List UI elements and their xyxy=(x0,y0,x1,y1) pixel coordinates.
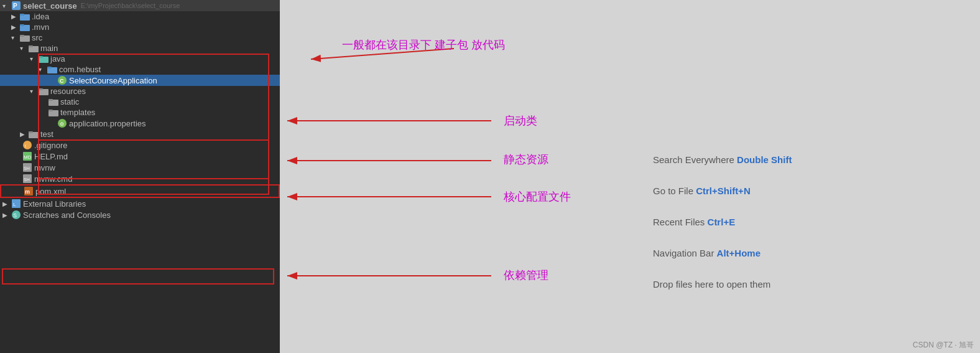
help-md-label: HELP.md xyxy=(34,152,68,161)
shortcut-file-key: Ctrl+Shift+N xyxy=(696,186,751,196)
folder-java-icon xyxy=(39,55,49,64)
tree-item-mvnw-cmd[interactable]: SH mvnw.cmd xyxy=(0,173,280,184)
tree-item-mvnw[interactable]: SH mvnw xyxy=(0,162,280,173)
project-path: E:\myProject\back\select_course xyxy=(81,2,180,9)
shortcut-go-to-file: Go to File Ctrl+Shift+N xyxy=(653,186,751,196)
annotation-static-resources: 静态资源 xyxy=(504,152,548,167)
arrow-idea: ▶ xyxy=(11,13,20,20)
annotation-core-config: 核心配置文件 xyxy=(504,189,571,204)
arrow-mvn: ▶ xyxy=(11,24,20,31)
tree-item-app-properties[interactable]: ⚙ application.properties xyxy=(0,118,280,129)
folder-main-icon xyxy=(29,44,39,53)
shortcut-recent-key: Ctrl+E xyxy=(708,217,736,227)
shortcut-nav-key: Alt+Home xyxy=(717,248,760,258)
spring-boot-icon: C xyxy=(57,75,67,85)
shortcut-drop-label: Drop files here to open them xyxy=(653,279,770,289)
maven-icon: m xyxy=(24,186,34,196)
external-libs-icon: L xyxy=(11,199,21,209)
annotation-dependency-mgmt: 依赖管理 xyxy=(504,268,548,283)
shortcut-nav-label: Navigation Bar xyxy=(653,248,717,258)
svg-rect-25 xyxy=(29,131,33,133)
shortcut-recent-label: Recent Files xyxy=(653,217,708,227)
svg-text:S: S xyxy=(13,212,17,219)
shortcut-search-key: Double Shift xyxy=(737,154,792,165)
scratches-icon: S xyxy=(11,210,21,220)
tree-item-resources[interactable]: ▾ resources xyxy=(0,86,280,96)
annotation-top-note: 一般都在该目录下 建子包 放代码 xyxy=(342,37,505,52)
arrow-resources: ▾ xyxy=(30,88,39,95)
arrow-src: ▾ xyxy=(11,34,20,41)
tree-item-scratches[interactable]: ▶ S Scratches and Consoles xyxy=(0,209,280,220)
arrows-svg xyxy=(280,0,980,353)
tree-item-idea[interactable]: ▶ .idea xyxy=(0,11,280,22)
folder-test-icon xyxy=(29,130,39,139)
static-label: static xyxy=(60,97,79,106)
svg-text:i: i xyxy=(25,143,26,149)
gitignore-label: .gitignore xyxy=(34,141,67,150)
arrow-main: ▾ xyxy=(20,45,29,52)
folder-resources-icon xyxy=(39,87,49,96)
svg-rect-21 xyxy=(49,110,53,111)
shortcut-drop-files: Drop files here to open them xyxy=(653,279,770,289)
tree-item-select-course-app[interactable]: C SelectCourseApplication xyxy=(0,75,280,86)
mvnw-cmd-label: mvnw.cmd xyxy=(34,174,72,184)
resources-label: resources xyxy=(50,87,86,96)
arrow-ext-libs: ▶ xyxy=(2,200,11,207)
tree-item-src[interactable]: ▾ src xyxy=(0,32,280,43)
tree-item-pom-xml[interactable]: m pom.xml xyxy=(0,184,280,198)
svg-rect-7 xyxy=(20,35,24,37)
annotation-launch-class: 启动类 xyxy=(504,113,537,128)
folder-templates-icon xyxy=(49,108,58,117)
arrow-root: ▾ xyxy=(2,2,11,9)
svg-text:L: L xyxy=(13,202,16,207)
svg-text:⚙: ⚙ xyxy=(60,121,64,127)
svg-text:P: P xyxy=(13,2,17,9)
svg-rect-11 xyxy=(39,56,43,58)
idea-label: .idea xyxy=(32,12,49,21)
file-tree-panel: ▾ P select_course E:\myProject\back\sele… xyxy=(0,0,280,353)
folder-idea-icon xyxy=(20,12,30,21)
pom-xml-label: pom.xml xyxy=(35,187,66,196)
md-icon: MD xyxy=(22,151,32,161)
properties-icon: ⚙ xyxy=(57,118,67,128)
footer-text: CSDN @TZ · 旭哥 xyxy=(907,337,980,353)
shortcut-search-label: Search Everywhere xyxy=(653,154,737,165)
gitignore-icon: i xyxy=(22,140,32,150)
tree-item-java[interactable]: ▾ java xyxy=(0,54,280,64)
project-name: select_course xyxy=(23,1,77,11)
main-label: main xyxy=(40,44,58,53)
tree-item-root[interactable]: ▾ P select_course E:\myProject\back\sele… xyxy=(0,0,280,11)
svg-rect-5 xyxy=(20,24,24,26)
com-hebust-label: com.hebust xyxy=(59,65,101,74)
folder-src-icon xyxy=(20,34,30,42)
svg-text:C: C xyxy=(60,78,64,84)
tree-item-templates[interactable]: templates xyxy=(0,107,280,118)
arrow-java: ▾ xyxy=(30,55,39,62)
src-label: src xyxy=(32,33,42,42)
java-label: java xyxy=(50,54,65,64)
svg-text:m: m xyxy=(25,189,30,195)
folder-com-icon xyxy=(47,65,57,74)
tree-item-test[interactable]: ▶ test xyxy=(0,129,280,139)
tree-item-mvn[interactable]: ▶ .mvn xyxy=(0,22,280,32)
tree-scroll[interactable]: ▾ P select_course E:\myProject\back\sele… xyxy=(0,0,280,353)
app-class-label: SelectCourseApplication xyxy=(69,76,157,85)
tree-item-main[interactable]: ▾ main xyxy=(0,43,280,54)
mvnw-label: mvnw xyxy=(34,163,55,172)
shortcut-nav-bar: Navigation Bar Alt+Home xyxy=(653,248,760,258)
annotation-container: 一般都在该目录下 建子包 放代码 启动类 静态资源 核心配置文件 依赖管理 Se… xyxy=(280,0,980,353)
svg-rect-17 xyxy=(39,88,43,90)
shortcut-file-label: Go to File xyxy=(653,186,696,196)
tree-item-com-hebust[interactable]: ▾ com.hebust xyxy=(0,64,280,75)
svg-rect-3 xyxy=(20,14,24,16)
right-panel: 一般都在该目录下 建子包 放代码 启动类 静态资源 核心配置文件 依赖管理 Se… xyxy=(280,0,980,353)
folder-mvn-icon xyxy=(20,23,30,32)
tree-item-help-md[interactable]: MD HELP.md xyxy=(0,151,280,162)
tree-item-gitignore[interactable]: i .gitignore xyxy=(0,139,280,151)
app-properties-label: application.properties xyxy=(69,119,146,128)
folder-static-icon xyxy=(49,98,58,106)
tree-item-external-libs[interactable]: ▶ L External Libraries xyxy=(0,198,280,209)
test-label: test xyxy=(40,129,53,139)
mvnw-icon: SH xyxy=(22,162,32,172)
tree-item-static[interactable]: static xyxy=(0,96,280,107)
